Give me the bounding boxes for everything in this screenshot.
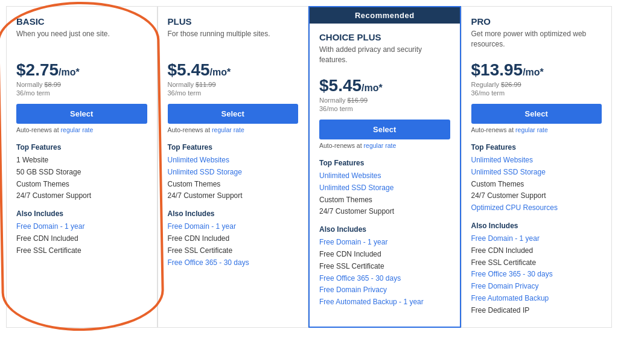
feature-item: Unlimited SSD Storage — [319, 183, 450, 193]
plan-normal-price: Regularly $26.99 — [471, 81, 602, 88]
feature-item: Custom Themes — [168, 179, 299, 190]
also-item: Free CDN Included — [319, 249, 450, 260]
also-item: Free Domain - 1 year — [168, 222, 299, 232]
feature-item: Optimized CPU Resources — [471, 203, 602, 213]
also-item: Free Office 365 - 30 days — [319, 273, 450, 284]
select-button[interactable]: Select — [471, 104, 602, 124]
also-item: Free Automated Backup - 1 year — [319, 297, 450, 307]
plan-normal-price: Normally $8.99 — [16, 81, 147, 88]
also-item: Free SSL Certificate — [319, 261, 450, 272]
top-features-label: Top Features — [168, 143, 299, 152]
plan-desc: For those running multiple sites. — [168, 29, 299, 53]
feature-item: 24/7 Customer Support — [168, 191, 299, 201]
also-includes-section: Also IncludesFree Domain - 1 yearFree CD… — [168, 209, 299, 267]
also-item: Free CDN Included — [168, 234, 299, 244]
top-features-label: Top Features — [319, 159, 450, 167]
plan-normal-price: Normally $11.99 — [168, 81, 299, 88]
plan-card-plus: PLUSFor those running multiple sites.$5.… — [158, 6, 309, 328]
also-item: Free CDN Included — [16, 234, 147, 244]
also-item: Free Office 365 - 30 days — [471, 269, 602, 279]
feature-item: Custom Themes — [471, 179, 602, 190]
feature-item: Unlimited Websites — [319, 171, 450, 181]
select-button[interactable]: Select — [319, 120, 450, 139]
pricing-container: BASICWhen you need just one site.$2.75/m… — [6, 6, 612, 328]
top-features-list: 1 Website50 GB SSD StorageCustom Themes2… — [16, 155, 147, 201]
plan-name: PLUS — [168, 16, 299, 27]
also-includes-section: Also IncludesFree Domain - 1 yearFree CD… — [319, 225, 450, 307]
also-includes-label: Also Includes — [168, 209, 299, 218]
also-item: Free Office 365 - 30 days — [168, 258, 299, 268]
feature-item: Unlimited SSD Storage — [471, 167, 602, 177]
also-item: Free Domain - 1 year — [16, 222, 147, 232]
feature-item: Unlimited Websites — [471, 155, 602, 165]
also-item: Free SSL Certificate — [168, 246, 299, 256]
plan-price: $5.45/mo* — [168, 60, 299, 80]
also-includes-section: Also IncludesFree Domain - 1 yearFree CD… — [16, 209, 147, 255]
recommended-badge: Recommended — [310, 7, 460, 24]
plan-price: $5.45/mo* — [319, 76, 450, 95]
plan-term: 36/mo term — [471, 89, 602, 97]
feature-item: Custom Themes — [319, 195, 450, 205]
plan-price: $13.95/mo* — [471, 60, 602, 80]
select-button[interactable]: Select — [16, 104, 147, 124]
plan-desc: Get more power with optimized web resour… — [471, 29, 602, 53]
regular-rate-link[interactable]: regular rate — [515, 126, 548, 133]
regular-rate-link[interactable]: regular rate — [61, 126, 94, 133]
feature-item: 50 GB SSD Storage — [16, 167, 147, 177]
top-features-list: Unlimited WebsitesUnlimited SSD StorageC… — [319, 171, 450, 217]
plan-name: BASIC — [16, 16, 147, 27]
select-button[interactable]: Select — [168, 104, 299, 124]
plan-price: $2.75/mo* — [16, 60, 147, 80]
also-includes-list: Free Domain - 1 yearFree CDN IncludedFre… — [471, 234, 602, 316]
top-features-list: Unlimited WebsitesUnlimited SSD StorageC… — [471, 155, 602, 213]
feature-item: 24/7 Customer Support — [16, 191, 147, 201]
plan-card-basic: BASICWhen you need just one site.$2.75/m… — [6, 6, 158, 328]
plan-term: 36/mo term — [168, 89, 299, 97]
feature-item: 1 Website — [16, 155, 147, 165]
feature-item: Custom Themes — [16, 179, 147, 190]
plan-name: PRO — [471, 16, 602, 27]
also-item: Free Domain - 1 year — [319, 237, 450, 247]
feature-item: Unlimited SSD Storage — [168, 167, 299, 177]
also-item: Free Domain Privacy — [319, 285, 450, 295]
plan-card-pro: PROGet more power with optimized web res… — [461, 6, 613, 328]
also-item: Free Domain Privacy — [471, 281, 602, 292]
also-includes-list: Free Domain - 1 yearFree CDN IncludedFre… — [319, 237, 450, 307]
top-features-label: Top Features — [471, 143, 602, 152]
feature-item: 24/7 Customer Support — [471, 191, 602, 201]
regular-rate-link[interactable]: regular rate — [212, 126, 244, 133]
also-includes-list: Free Domain - 1 yearFree CDN IncludedFre… — [168, 222, 299, 267]
also-item: Free SSL Certificate — [471, 258, 602, 268]
also-item: Free SSL Certificate — [16, 246, 147, 256]
auto-renews-text: Auto-renews at regular rate — [168, 126, 299, 133]
auto-renews-text: Auto-renews at regular rate — [16, 126, 147, 133]
plan-normal-price: Normally $16.99 — [319, 97, 450, 104]
regular-rate-link[interactable]: regular rate — [364, 142, 397, 149]
also-includes-section: Also IncludesFree Domain - 1 yearFree CD… — [471, 222, 602, 316]
feature-item: Unlimited Websites — [168, 155, 299, 165]
also-includes-label: Also Includes — [16, 209, 147, 218]
also-item: Free CDN Included — [471, 246, 602, 256]
also-item: Free Domain - 1 year — [471, 234, 602, 244]
plan-card-choice-plus: RecommendedCHOICE PLUSWith added privacy… — [308, 6, 461, 328]
also-includes-label: Also Includes — [319, 225, 450, 234]
also-item: Free Automated Backup — [471, 293, 602, 304]
feature-item: 24/7 Customer Support — [319, 206, 450, 217]
top-features-label: Top Features — [16, 143, 147, 152]
plan-term: 36/mo term — [16, 89, 147, 97]
also-includes-label: Also Includes — [471, 222, 602, 230]
plan-desc: With added privacy and security features… — [319, 45, 450, 69]
plan-name: CHOICE PLUS — [319, 32, 450, 42]
top-features-list: Unlimited WebsitesUnlimited SSD StorageC… — [168, 155, 299, 201]
also-includes-list: Free Domain - 1 yearFree CDN IncludedFre… — [16, 222, 147, 255]
plan-desc: When you need just one site. — [16, 29, 147, 53]
plan-term: 36/mo term — [319, 105, 450, 112]
auto-renews-text: Auto-renews at regular rate — [471, 126, 602, 133]
auto-renews-text: Auto-renews at regular rate — [319, 142, 450, 149]
also-item: Free Dedicated IP — [471, 305, 602, 316]
